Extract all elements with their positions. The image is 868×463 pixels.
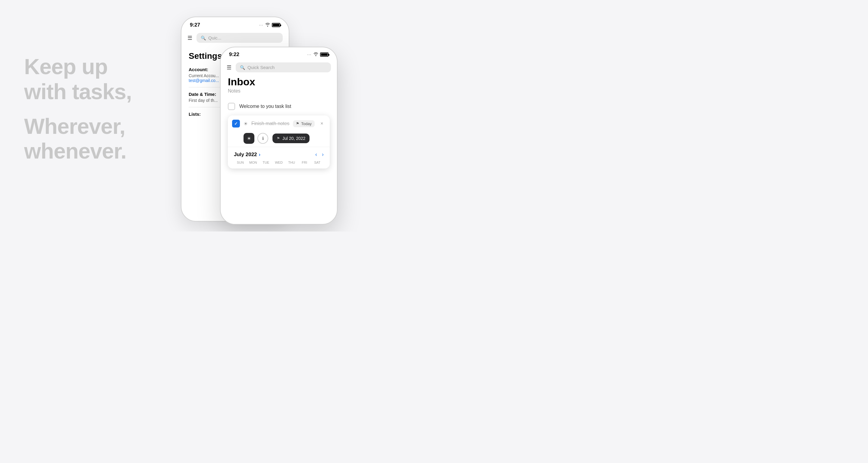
wifi-icon-front [313,52,318,57]
task-card-2: ☀ Finish math notes ⚑ Today × ☀ ℹ ⚑ Jul … [228,116,330,168]
inbox-content: Inbox Notes Welcome to you task list ☀ F… [221,76,337,168]
day-sun: SUN [234,161,247,164]
day-fri: FRI [298,161,311,164]
status-icons-front: ··· [307,52,329,57]
signal-dots-icon-front: ··· [307,53,312,56]
battery-icon-front [320,53,329,57]
task-card-actions: ☀ ℹ ⚑ Jul 20, 2022 [228,130,330,147]
time-front: 9:22 [229,52,239,58]
flag-badge: ⚑ Today [293,120,315,127]
day-wed: WED [273,161,285,164]
sun-icon: ☀ [244,121,248,127]
calendar-navigation: ‹ › [315,151,324,158]
next-month-button[interactable]: › [322,151,324,158]
info-action-button[interactable]: ℹ [257,133,268,144]
status-bar-back: 9:27 ··· [181,17,289,30]
inbox-subtitle: Notes [228,88,330,94]
close-icon[interactable]: × [318,120,326,127]
day-sat: SAT [311,161,324,164]
hero-section: Keep upwith tasks, Wherever,whenever. [24,54,132,164]
date-label: Jul 20, 2022 [282,136,305,141]
phones-area: 9:27 ··· ☰ 🔍 Quic... [163,0,434,232]
menu-icon-front[interactable]: ☰ [227,64,231,71]
wifi-icon [265,23,270,27]
flag-date-icon: ⚑ [277,136,280,141]
calendar-header: July 2022 › ‹ › [234,151,324,158]
status-icons-back: ··· [259,23,280,27]
status-bar-front: 9:22 ··· [221,47,337,60]
hero-line-1: Keep upwith tasks, [24,54,132,104]
task-card-header: ☀ Finish math notes ⚑ Today × [228,116,330,130]
calendar-days-header: SUN MON TUE WED THU FRI SAT [234,161,324,164]
chevron-right-icon: › [259,152,261,158]
battery-icon-back [272,23,280,27]
search-placeholder-front: Quick Search [247,65,275,70]
prev-month-button[interactable]: ‹ [315,151,317,158]
date-button[interactable]: ⚑ Jul 20, 2022 [273,133,310,143]
day-tue: TUE [259,161,273,164]
menu-icon-back[interactable]: ☰ [187,35,192,41]
search-bar-back[interactable]: 🔍 Quic... [196,33,283,43]
phone-inbox: 9:22 ··· ☰ 🔍 Quick Searc [220,47,338,224]
signal-dots-icon: ··· [259,24,264,27]
day-thu: THU [285,161,298,164]
search-icon-front: 🔍 [240,65,245,70]
toolbar-back: ☰ 🔍 Quic... [181,30,289,47]
toolbar-front: ☰ 🔍 Quick Search [221,60,337,76]
time-back: 9:27 [190,22,200,28]
inbox-title: Inbox [228,76,330,88]
task-item-1: Welcome to you task list [228,100,330,113]
task-card-title: Finish math notes [251,121,289,126]
search-placeholder-back: Quic... [208,35,221,40]
search-icon-back: 🔍 [201,36,206,40]
flag-icon: ⚑ [296,121,299,126]
day-mon: MON [247,161,260,164]
task-text-1: Welcome to you task list [239,104,291,109]
sun-action-button[interactable]: ☀ [244,133,254,144]
task-card-checkbox-2[interactable] [232,120,240,127]
calendar-section: July 2022 › ‹ › SUN MON TUE WED THU [228,147,330,168]
flag-label: Today [301,121,312,126]
search-bar-front[interactable]: 🔍 Quick Search [236,62,331,72]
hero-line-2: Wherever,whenever. [24,114,132,164]
task-checkbox-1[interactable] [228,103,235,110]
calendar-month: July 2022 › [234,152,260,158]
